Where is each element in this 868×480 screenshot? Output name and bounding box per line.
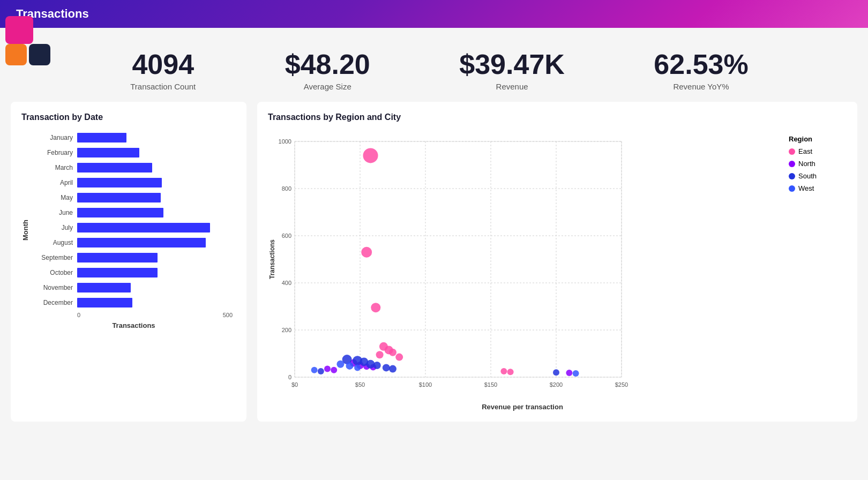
svg-rect-0 xyxy=(295,141,622,377)
kpi-label: Transaction Count xyxy=(130,82,196,91)
scatter-legend: Region East North South West xyxy=(782,131,847,411)
bar-track xyxy=(77,238,236,248)
scatter-chart-title: Transactions by Region and City xyxy=(268,112,847,122)
bar-x-axis-label: Transactions xyxy=(32,321,236,329)
kpi-value: 4094 xyxy=(130,49,196,80)
bar-row: September xyxy=(32,251,236,265)
kpi-label: Average Size xyxy=(285,82,370,91)
svg-point-52 xyxy=(336,361,344,368)
svg-point-47 xyxy=(373,362,381,369)
logo-orange xyxy=(5,44,27,65)
svg-text:$50: $50 xyxy=(355,381,365,388)
legend-label: South xyxy=(798,172,817,180)
legend-title: Region xyxy=(789,135,840,143)
svg-point-34 xyxy=(500,368,507,374)
bar-track xyxy=(77,193,236,202)
scatter-chart-container: Transactions by Region and City 02004006… xyxy=(257,102,857,422)
header: Transactions xyxy=(0,0,868,28)
bar-track xyxy=(77,148,236,158)
legend-item: North xyxy=(789,160,840,168)
legend-item: South xyxy=(789,172,840,180)
svg-point-56 xyxy=(573,370,579,377)
scatter-x-label: Revenue per transaction xyxy=(268,403,777,411)
svg-point-54 xyxy=(354,365,361,371)
bar-month-label: December xyxy=(32,299,77,306)
bar-row: March xyxy=(32,161,236,175)
kpi-label: Revenue xyxy=(459,82,565,91)
svg-point-50 xyxy=(318,368,324,374)
bar-month-label: January xyxy=(32,134,77,141)
legend-label: North xyxy=(798,160,815,168)
logo-navy xyxy=(29,44,50,65)
bar-track xyxy=(77,253,236,262)
bar-track xyxy=(77,208,236,218)
logo-area xyxy=(5,16,33,44)
svg-text:1000: 1000 xyxy=(279,138,291,145)
bar-fill xyxy=(77,178,162,188)
bar-row: May xyxy=(32,191,236,205)
legend-label: West xyxy=(798,184,814,192)
kpi-row: 4094 Transaction Count $48.20 Average Si… xyxy=(0,33,868,96)
bar-fill xyxy=(77,238,206,248)
svg-point-51 xyxy=(553,369,559,376)
legend-item: East xyxy=(789,147,840,155)
bar-row: June xyxy=(32,206,236,220)
scatter-svg-container: 02004006008001000$0$50$100$150$200$250Tr… xyxy=(268,131,777,411)
bar-track xyxy=(77,283,236,292)
bar-fill xyxy=(77,253,158,262)
kpi-item: $48.20 Average Size xyxy=(285,49,370,91)
bar-chart: JanuaryFebruaryMarchAprilMayJuneJulyAugu… xyxy=(32,131,236,310)
bar-fill xyxy=(77,133,126,142)
svg-point-31 xyxy=(389,349,396,356)
kpi-value: $39.47K xyxy=(459,49,565,80)
svg-text:$200: $200 xyxy=(550,381,563,388)
bar-month-label: September xyxy=(32,254,77,261)
legend-dot xyxy=(789,148,795,155)
bar-month-label: April xyxy=(32,179,77,186)
bar-y-axis-label: Month xyxy=(21,220,29,241)
svg-text:800: 800 xyxy=(282,185,291,192)
bar-row: October xyxy=(32,266,236,280)
bar-track xyxy=(77,298,236,308)
bar-month-label: August xyxy=(32,239,77,246)
bar-fill xyxy=(77,298,132,308)
charts-row: Transaction by Date Month JanuaryFebruar… xyxy=(0,96,868,432)
bar-chart-container: Transaction by Date Month JanuaryFebruar… xyxy=(11,102,246,422)
svg-point-33 xyxy=(395,354,403,361)
bar-fill xyxy=(77,163,152,172)
kpi-value: 62.53% xyxy=(654,49,748,80)
legend-item: West xyxy=(789,184,840,192)
bar-row: February xyxy=(32,146,236,160)
bar-month-label: June xyxy=(32,209,77,216)
svg-text:Transactions: Transactions xyxy=(268,239,276,279)
bar-fill xyxy=(77,193,161,202)
bar-month-label: October xyxy=(32,269,77,276)
bar-month-label: July xyxy=(32,224,77,231)
bar-month-label: March xyxy=(32,164,77,171)
svg-point-32 xyxy=(376,351,384,358)
svg-point-42 xyxy=(566,370,572,376)
bar-row: January xyxy=(32,131,236,145)
svg-text:400: 400 xyxy=(282,280,291,286)
svg-text:$150: $150 xyxy=(484,381,497,388)
scatter-area: 02004006008001000$0$50$100$150$200$250Tr… xyxy=(268,131,847,411)
bar-month-label: May xyxy=(32,194,77,201)
kpi-item: 4094 Transaction Count xyxy=(130,49,196,91)
kpi-item: 62.53% Revenue YoY% xyxy=(654,49,748,91)
bar-fill xyxy=(77,208,163,218)
legend-dot xyxy=(789,161,795,167)
bar-month-label: November xyxy=(32,284,77,291)
bar-track xyxy=(77,178,236,188)
svg-point-41 xyxy=(331,367,337,373)
bar-fill xyxy=(77,283,131,292)
bar-fill xyxy=(77,268,158,278)
svg-point-55 xyxy=(311,367,318,373)
bar-chart-title: Transaction by Date xyxy=(21,112,236,122)
kpi-label: Revenue YoY% xyxy=(654,82,748,91)
svg-point-49 xyxy=(389,365,396,373)
svg-text:$100: $100 xyxy=(419,381,432,388)
svg-text:600: 600 xyxy=(282,232,291,239)
svg-point-40 xyxy=(324,366,331,372)
legend-dot xyxy=(789,185,795,192)
bar-track xyxy=(77,268,236,278)
